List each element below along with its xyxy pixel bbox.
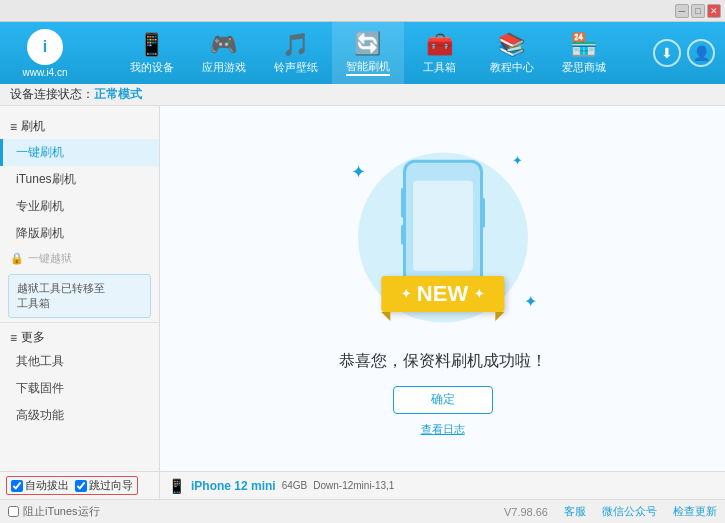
skip-wizard-checkbox[interactable] [75,480,87,492]
phone-screen [413,180,473,270]
istore-icon: 🏪 [570,32,597,58]
header-right: ⬇ 👤 [645,39,725,67]
ribbon-star-right: ✦ [474,287,484,301]
flash-section-label: 刷机 [21,118,45,135]
ribbon-star-left: ✦ [401,287,411,301]
ringtone-label: 铃声壁纸 [274,60,318,75]
itunes-stop-checkbox[interactable] [8,506,19,517]
skip-wizard-checkbox-label[interactable]: 跳过向导 [75,478,133,493]
illustration: ✦ ✦ ✦ ✦ NEW ✦ [333,141,553,341]
device-name: iPhone 12 mini [191,479,276,493]
status-value-text: 正常模式 [94,86,142,103]
success-message: 恭喜您，保资料刷机成功啦！ [339,351,547,372]
toolbox-icon: 🧰 [426,32,453,58]
customer-service-link[interactable]: 客服 [564,504,586,519]
ringtone-icon: 🎵 [282,32,309,58]
bottom-section: 自动拔出 跳过向导 📱 iPhone 12 mini 64GB Down-12m… [0,471,725,523]
device-firmware: Down-12mini-13,1 [313,480,394,491]
app-game-icon: 🎮 [210,32,237,58]
my-device-label: 我的设备 [130,60,174,75]
skip-wizard-label: 跳过向导 [89,478,133,493]
ribbon-tail-right [495,312,504,321]
download-btn[interactable]: ⬇ [653,39,681,67]
jailbreak-label: 一键越狱 [28,251,72,266]
confirm-button[interactable]: 确定 [393,386,493,414]
user-btn[interactable]: 👤 [687,39,715,67]
phone-vol1 [401,187,405,217]
nav-smart-flash[interactable]: 🔄 智能刷机 [332,22,404,84]
sparkle-1: ✦ [351,161,366,183]
itunes-area: 阻止iTunes运行 [8,504,504,519]
flash-section-icon: ≡ [10,120,17,134]
version-text: V7.98.66 [504,506,548,518]
status-row: 设备连接状态： 正常模式 [0,84,725,106]
header: i www.i4.cn 📱 我的设备 🎮 应用游戏 🎵 铃声壁纸 🔄 智能刷机 … [0,22,725,84]
maximize-btn[interactable]: □ [691,4,705,18]
my-device-icon: 📱 [138,32,165,58]
checkbox-highlight-box: 自动拔出 跳过向导 [6,476,138,495]
jailbreak-notice: 越狱工具已转移至工具箱 [8,274,151,318]
section-more: ≡ 更多 [0,322,159,348]
smart-flash-label: 智能刷机 [346,59,390,76]
device-info-bar: 📱 iPhone 12 mini 64GB Down-12mini-13,1 [160,472,725,499]
new-ribbon: ✦ NEW ✦ [381,276,504,312]
middle-row: 自动拔出 跳过向导 📱 iPhone 12 mini 64GB Down-12m… [0,471,725,499]
logo-icon: i [27,29,63,65]
toolbox-label: 工具箱 [423,60,456,75]
sparkle-3: ✦ [524,292,537,311]
sidebar-download-firmware[interactable]: 下载固件 [0,375,159,402]
sidebar-one-click-flash[interactable]: 一键刷机 [0,139,159,166]
jailbreak-notice-text: 越狱工具已转移至工具箱 [17,282,105,309]
app-game-label: 应用游戏 [202,60,246,75]
phone-vol2 [401,224,405,244]
ribbon-tails [381,312,504,321]
sidebar-other-tools[interactable]: 其他工具 [0,348,159,375]
nav-my-device[interactable]: 📱 我的设备 [116,22,188,84]
section-flash: ≡ 刷机 [0,114,159,139]
minimize-btn[interactable]: ─ [675,4,689,18]
lock-icon: 🔒 [10,252,24,265]
ribbon-text: NEW [417,281,468,307]
sidebar: ≡ 刷机 一键刷机 iTunes刷机 专业刷机 降版刷机 🔒 一键越狱 越狱工具… [0,106,160,471]
smart-flash-icon: 🔄 [354,31,381,57]
logo-area: i www.i4.cn [0,29,90,78]
more-section-icon: ≡ [10,331,17,345]
check-update-link[interactable]: 检查更新 [673,504,717,519]
logo-url: www.i4.cn [22,67,67,78]
nav-tutorial[interactable]: 📚 教程中心 [476,22,548,84]
title-bar: ─ □ ✕ [0,0,725,22]
nav-toolbox[interactable]: 🧰 工具箱 [404,22,476,84]
checkbox-area: 自动拔出 跳过向导 [0,472,160,499]
tutorial-icon: 📚 [498,32,525,58]
itunes-stop-label: 阻止iTunes运行 [23,504,100,519]
section-jailbreak: 🔒 一键越狱 [0,247,159,270]
istore-label: 爱思商城 [562,60,606,75]
footer-right: V7.98.66 客服 微信公众号 检查更新 [504,504,717,519]
sparkle-2: ✦ [512,153,523,168]
more-section-label: 更多 [21,329,45,346]
nav-ringtone[interactable]: 🎵 铃声壁纸 [260,22,332,84]
tutorial-label: 教程中心 [490,60,534,75]
phone-power [481,197,485,227]
status-label-text: 设备连接状态： [10,86,94,103]
nav-istore[interactable]: 🏪 爱思商城 [548,22,620,84]
nav-app-game[interactable]: 🎮 应用游戏 [188,22,260,84]
nav-bar: 📱 我的设备 🎮 应用游戏 🎵 铃声壁纸 🔄 智能刷机 🧰 工具箱 📚 教程中心… [90,22,645,84]
device-icon: 📱 [168,478,185,494]
auto-launch-checkbox[interactable] [11,480,23,492]
sidebar-downgrade-flash[interactable]: 降版刷机 [0,220,159,247]
main-area: ≡ 刷机 一键刷机 iTunes刷机 专业刷机 降版刷机 🔒 一键越狱 越狱工具… [0,106,725,471]
auto-launch-label: 自动拔出 [25,478,69,493]
ribbon-tail-left [381,312,390,321]
wechat-link[interactable]: 微信公众号 [602,504,657,519]
sidebar-pro-flash[interactable]: 专业刷机 [0,193,159,220]
close-btn[interactable]: ✕ [707,4,721,18]
device-storage: 64GB [282,480,308,491]
sidebar-advanced[interactable]: 高级功能 [0,402,159,429]
view-log-link[interactable]: 查看日志 [421,422,465,437]
sidebar-itunes-flash[interactable]: iTunes刷机 [0,166,159,193]
content-area: ✦ ✦ ✦ ✦ NEW ✦ 恭喜您，保资料刷机成功啦！ 确定 查看日志 [160,106,725,471]
footer-row: 阻止iTunes运行 V7.98.66 客服 微信公众号 检查更新 [0,499,725,523]
new-ribbon-wrap: ✦ NEW ✦ [381,276,504,321]
auto-launch-checkbox-label[interactable]: 自动拔出 [11,478,69,493]
